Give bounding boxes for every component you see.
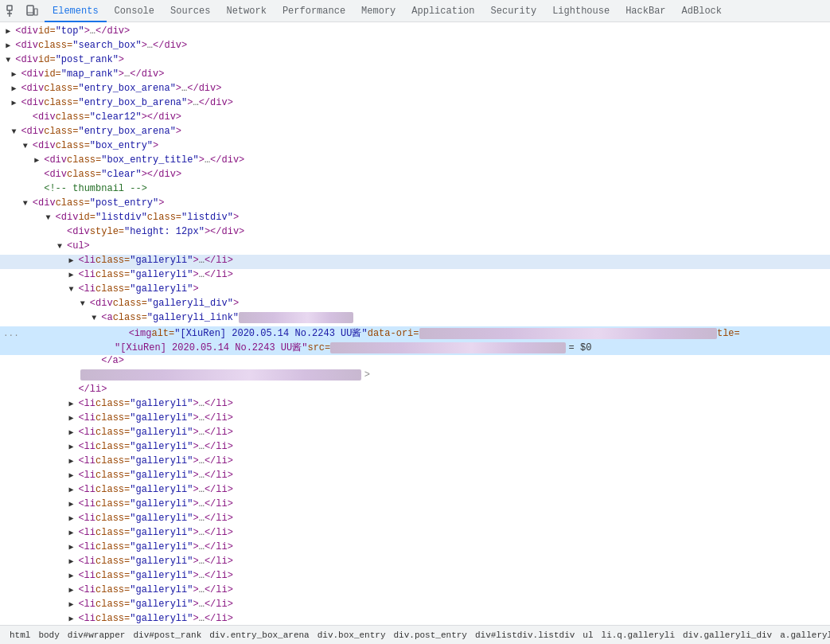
code-line-selected[interactable]: ... <img alt="[XiuRen] 2020.05.14 No.224… (0, 326, 830, 341)
code-line[interactable]: <li class="galleryli"> (0, 283, 830, 298)
code-line[interactable]: <a class="galleryli_link" (0, 312, 830, 326)
expand-arrow[interactable] (68, 456, 78, 466)
tab-lighthouse[interactable]: Lighthouse (544, 0, 618, 22)
expand-arrow[interactable] (11, 69, 21, 79)
expand-arrow[interactable] (68, 285, 78, 294)
expand-arrow[interactable] (11, 127, 21, 136)
code-line[interactable]: <li class="galleryli">…</li> (0, 498, 830, 513)
tab-console[interactable]: Console (107, 0, 162, 22)
expand-arrow[interactable] (80, 299, 90, 308)
expand-arrow[interactable] (34, 155, 44, 165)
code-line[interactable]: <li class="galleryli">…</li> (0, 470, 830, 484)
breadcrumb-galleryli-div[interactable]: div.galleryli_div (680, 629, 775, 642)
tab-elements[interactable]: Elements (45, 0, 107, 22)
breadcrumb-box-entry[interactable]: div.box_entry (314, 629, 389, 642)
code-line[interactable]: <div class="entry_box_arena"> (0, 126, 830, 140)
device-icon-btn[interactable] (22, 2, 41, 21)
expand-arrow[interactable] (68, 485, 78, 494)
code-line[interactable]: <div class="galleryli_div"> (0, 298, 830, 312)
code-line[interactable]: <li class="galleryli">…</li> (0, 599, 830, 613)
expand-arrow[interactable] (68, 556, 78, 566)
code-line[interactable]: <li class="galleryli">…</li> (0, 556, 830, 570)
expand-arrow[interactable] (68, 442, 78, 451)
code-line[interactable]: <div id="top">…</div> (0, 25, 830, 40)
expand-arrow[interactable] (11, 84, 21, 93)
expand-arrow[interactable] (6, 26, 15, 36)
breadcrumb-post-entry[interactable]: div.post_entry (391, 629, 470, 642)
breadcrumb-entry-box-arena[interactable]: div.entry_box_arena (206, 629, 312, 642)
tab-network[interactable]: Network (218, 0, 274, 22)
expand-arrow[interactable] (68, 513, 78, 523)
breadcrumb-post-rank[interactable]: div#post_rank (130, 629, 205, 642)
expand-arrow[interactable] (11, 98, 21, 107)
expand-arrow[interactable] (23, 199, 33, 208)
code-line[interactable]: <div class="clear"></div> (0, 169, 830, 183)
code-line[interactable]: <li class="galleryli">…</li> (0, 541, 830, 556)
expand-arrow[interactable] (6, 56, 15, 64)
code-line[interactable]: <div id="post_rank"> (0, 54, 830, 68)
code-line[interactable]: <div class="post_entry"> (0, 197, 830, 212)
tab-hackbar[interactable]: HackBar (618, 0, 673, 22)
tab-performance[interactable]: Performance (275, 0, 353, 22)
code-line[interactable]: <div class="entry_box_arena">…</div> (0, 83, 830, 97)
expand-arrow[interactable] (68, 528, 78, 537)
code-line[interactable]: <div class="box_entry_title">…</div> (0, 154, 830, 169)
breadcrumb-html[interactable]: html (6, 629, 33, 642)
tab-adblock[interactable]: AdBlock (674, 0, 730, 22)
code-line[interactable]: <li class="galleryli">…</li> (0, 269, 830, 283)
code-line[interactable]: <li class="galleryli">…</li> (0, 255, 830, 269)
code-line[interactable]: <div class="entry_box_b_arena">…</div> (0, 97, 830, 111)
code-line[interactable]: <li class="galleryli">…</li> (0, 398, 830, 412)
tab-memory[interactable]: Memory (353, 0, 403, 22)
code-line[interactable]: </li> (0, 384, 830, 398)
expand-arrow[interactable] (46, 213, 56, 222)
expand-arrow[interactable] (68, 599, 78, 609)
code-line[interactable]: <ul> (0, 240, 830, 255)
tab-sources[interactable]: Sources (162, 0, 218, 22)
code-line[interactable]: <li class="galleryli">…</li> (0, 484, 830, 498)
expand-arrow[interactable] (68, 399, 78, 408)
expand-arrow[interactable] (57, 242, 67, 251)
expand-arrow[interactable] (68, 470, 78, 480)
code-line[interactable]: <li class="galleryli">…</li> (0, 427, 830, 441)
breadcrumb-li-galleryli[interactable]: li.q.galleryli (598, 629, 678, 642)
code-line[interactable]: <li class="galleryli">…</li> (0, 613, 830, 625)
tab-application[interactable]: Application (403, 0, 482, 22)
expand-arrow[interactable] (68, 542, 78, 552)
expand-arrow[interactable] (68, 571, 78, 580)
code-line[interactable]: <li class="galleryli">…</li> (0, 584, 830, 599)
breadcrumb-listdiv[interactable]: div#listdiv.listdiv (472, 629, 578, 642)
breadcrumb-galleryli-link[interactable]: a.galleryli_link (777, 629, 830, 642)
expand-arrow[interactable] (68, 614, 78, 623)
code-line[interactable]: <div class="clear12"></div> (0, 111, 830, 126)
code-line[interactable]: <div class="search_box">…</div> (0, 40, 830, 54)
expand-arrow[interactable] (6, 41, 15, 50)
inspect-icon-btn[interactable] (3, 2, 22, 21)
code-line[interactable]: <li class="galleryli">…</li> (0, 527, 830, 541)
code-line-selected-2[interactable]: "[XiuRen] 2020.05.14 No.2243 UU酱" src= =… (0, 341, 830, 355)
expand-arrow[interactable] (23, 142, 33, 150)
code-line[interactable]: <div id="listdiv" class="listdiv"> (0, 212, 830, 226)
expand-arrow[interactable] (68, 256, 78, 265)
code-line[interactable]: > (0, 369, 830, 384)
expand-arrow[interactable] (68, 270, 78, 279)
tab-security[interactable]: Security (483, 0, 545, 22)
breadcrumb-body[interactable]: body (35, 629, 62, 642)
expand-arrow[interactable] (92, 314, 101, 322)
code-line[interactable]: <li class="galleryli">…</li> (0, 513, 830, 527)
expand-arrow[interactable] (68, 413, 78, 423)
code-line[interactable]: <!-- thumbnail --> (0, 183, 830, 197)
breadcrumb-wrapper[interactable]: div#wrapper (64, 629, 129, 642)
code-line[interactable]: <div id="map_rank">…</div> (0, 68, 830, 83)
code-line[interactable]: <li class="galleryli">…</li> (0, 570, 830, 584)
elements-code-panel[interactable]: <div id="top">…</div> <div class="search… (0, 22, 830, 625)
code-line[interactable]: <li class="galleryli">…</li> (0, 441, 830, 455)
expand-arrow[interactable] (68, 585, 78, 595)
code-line[interactable]: <li class="galleryli">…</li> (0, 455, 830, 470)
code-line[interactable]: <div class="box_entry"> (0, 140, 830, 154)
code-line[interactable]: <div style="height: 12px"></div> (0, 226, 830, 240)
expand-arrow[interactable] (68, 499, 78, 509)
code-line[interactable]: </a> (0, 355, 830, 369)
code-line[interactable]: <li class="galleryli">…</li> (0, 412, 830, 427)
breadcrumb-ul[interactable]: ul (579, 629, 596, 642)
